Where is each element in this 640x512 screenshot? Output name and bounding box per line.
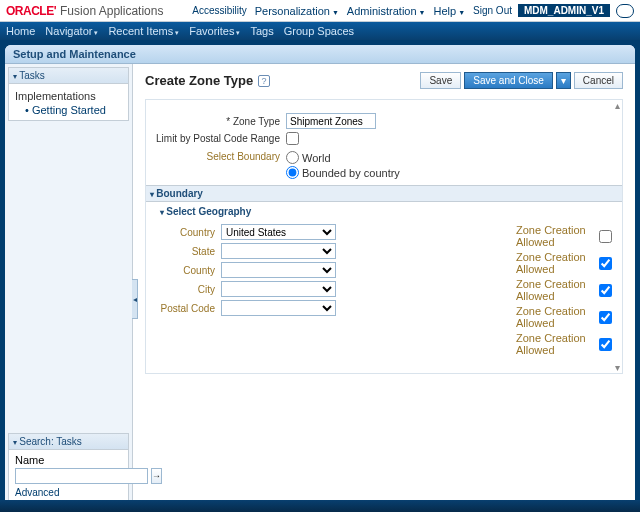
zca-label-2: Zone Creation Allowed (516, 251, 595, 275)
country-select[interactable]: United States (221, 224, 336, 240)
user-badge: MDM_ADMIN_V1 (518, 4, 610, 17)
zone-type-label: * Zone Type (156, 116, 286, 127)
tree-leaf-getting-started[interactable]: Getting Started (25, 104, 122, 116)
nav-home[interactable]: Home (6, 25, 35, 37)
zca-label-4: Zone Creation Allowed (516, 305, 595, 329)
scroll-up-icon[interactable]: ▴ (615, 100, 620, 111)
scroll-down-icon[interactable]: ▾ (615, 362, 620, 373)
signout-link[interactable]: Sign Out (473, 5, 512, 16)
chevron-down-icon: ▼ (332, 9, 339, 16)
state-select[interactable] (221, 243, 336, 259)
chevron-down-icon: ▾ (236, 29, 240, 36)
nav-favorites[interactable]: Favorites▾ (189, 25, 240, 37)
cancel-button[interactable]: Cancel (574, 72, 623, 89)
save-button[interactable]: Save (420, 72, 461, 89)
administration-menu[interactable]: Administration▼ (347, 5, 426, 17)
postal-select[interactable] (221, 300, 336, 316)
search-tasks-input[interactable] (15, 468, 148, 484)
zca-label-3: Zone Creation Allowed (516, 278, 595, 302)
tasks-panel-header[interactable]: Tasks (9, 68, 128, 84)
zca-state-checkbox[interactable] (599, 257, 612, 270)
oracle-logo: ORACLE' (6, 4, 56, 18)
chevron-down-icon: ▼ (419, 9, 426, 16)
city-select[interactable] (221, 281, 336, 297)
navbar: Home Navigator▾ Recent Items▾ Favorites▾… (0, 22, 640, 40)
nav-recent[interactable]: Recent Items▾ (108, 25, 179, 37)
search-tasks-panel: Search: Tasks Name → Advanced (8, 433, 129, 503)
chevron-down-icon: ▼ (458, 9, 465, 16)
help-icon[interactable]: ? (258, 75, 270, 87)
county-label: County (156, 265, 221, 276)
boundary-country-option[interactable]: Bounded by country (286, 166, 400, 179)
footer-bar (0, 500, 640, 512)
nav-tags[interactable]: Tags (250, 25, 273, 37)
chevron-down-icon: ▾ (94, 29, 98, 36)
boundary-world-option[interactable]: World (286, 151, 400, 164)
zone-type-input[interactable] (286, 113, 376, 129)
city-label: City (156, 284, 221, 295)
save-and-close-button[interactable]: Save and Close (464, 72, 553, 89)
nav-navigator[interactable]: Navigator▾ (45, 25, 98, 37)
state-label: State (156, 246, 221, 257)
tree-node-implementations[interactable]: Implementations (15, 90, 122, 102)
county-select[interactable] (221, 262, 336, 278)
help-menu[interactable]: Help▼ (434, 5, 466, 17)
save-and-close-split[interactable]: ▾ (556, 72, 571, 89)
chevron-down-icon: ▾ (175, 29, 179, 36)
limit-postal-label: Limit by Postal Code Range (156, 133, 286, 144)
form-region: ▴ ▾ * Zone Type Limit by Postal Code Ran… (145, 99, 623, 374)
select-boundary-label: Select Boundary (156, 151, 286, 162)
workarea: Create Zone Type ? Save Save and Close▾ … (133, 64, 635, 506)
personalization-menu[interactable]: Personalization▼ (255, 5, 339, 17)
boundary-country-radio[interactable] (286, 166, 299, 179)
search-name-label: Name (15, 454, 122, 466)
page-title: Create Zone Type (145, 73, 253, 88)
postal-label: Postal Code (156, 303, 221, 314)
advanced-search-link[interactable]: Advanced (15, 487, 59, 498)
accessibility-link[interactable]: Accessibility (192, 5, 246, 16)
zca-label-5: Zone Creation Allowed (516, 332, 595, 356)
globe-icon[interactable] (616, 4, 634, 18)
nav-groupspaces[interactable]: Group Spaces (284, 25, 354, 37)
select-geography-header[interactable]: Select Geography (160, 206, 612, 217)
zca-county-checkbox[interactable] (599, 284, 612, 297)
country-label: Country (156, 227, 221, 238)
global-header: ORACLE' Fusion Applications Accessibilit… (0, 0, 640, 22)
sidebar: Tasks Implementations Getting Started Se… (5, 64, 133, 506)
boundary-world-radio[interactable] (286, 151, 299, 164)
search-tasks-header[interactable]: Search: Tasks (9, 434, 128, 450)
zca-label-1: Zone Creation Allowed (516, 224, 595, 248)
zca-country-checkbox[interactable] (599, 230, 612, 243)
zca-city-checkbox[interactable] (599, 311, 612, 324)
app-title: Setup and Maintenance (5, 45, 635, 64)
boundary-section-header[interactable]: Boundary (146, 185, 622, 202)
tasks-panel: Tasks Implementations Getting Started (8, 67, 129, 121)
limit-postal-checkbox[interactable] (286, 132, 299, 145)
suite-name: Fusion Applications (60, 4, 163, 18)
zca-postal-checkbox[interactable] (599, 338, 612, 351)
